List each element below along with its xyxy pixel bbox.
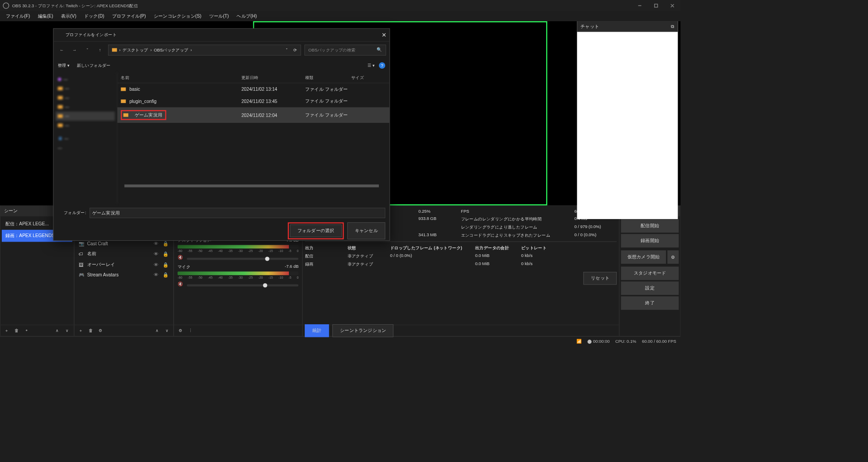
cancel-button[interactable]: キャンセル <box>347 222 385 239</box>
help-icon[interactable]: ? <box>379 62 385 69</box>
obs-logo-icon <box>3 2 9 9</box>
menubar: ファイル(F) 編集(E) 表示(V) ドック(D) プロファイル(P) シーン… <box>0 11 680 21</box>
close-button[interactable] <box>664 0 680 11</box>
add-scene-button[interactable]: ＋ <box>2 326 11 335</box>
folder-row[interactable]: plugin_config 2024/11/02 13:45 ファイル フォルダ… <box>118 95 390 107</box>
size-column[interactable]: サイズ <box>351 75 380 80</box>
source-item[interactable]: 🎮Stream Avatars👁🔒 <box>76 270 172 279</box>
menu-help[interactable]: ヘルプ(H) <box>233 12 260 21</box>
mixer-item: マイク-7.6 dB -60-55-50-45-40-35-30-25-20-1… <box>175 262 301 289</box>
mixer-settings-button[interactable]: ⚙ <box>176 326 185 335</box>
folder-label: フォルダー: <box>58 210 86 216</box>
mixer-db: -7.6 dB <box>285 264 298 270</box>
mute-icon[interactable]: 🔇 <box>178 281 185 286</box>
titlebar: OBS 30.2.3 - プロファイル: Twitch - シーン: APEX … <box>0 0 680 11</box>
minimize-button[interactable] <box>632 0 648 11</box>
folder-icon <box>121 87 126 91</box>
nav-back-button[interactable]: ← <box>57 45 66 54</box>
source-down-button[interactable]: ∨ <box>163 326 171 335</box>
volume-slider[interactable] <box>187 285 298 287</box>
virtual-camera-button[interactable]: 仮想カメラ開始 <box>621 250 666 264</box>
chat-title: チャット <box>580 23 599 30</box>
lock-icon[interactable]: 🔒 <box>163 251 169 257</box>
add-source-button[interactable]: ＋ <box>76 326 85 335</box>
cpu-usage: CPU: 0.1% <box>615 339 637 344</box>
refresh-icon[interactable]: ⟳ <box>293 47 297 52</box>
view-mode-button[interactable]: ☰ ▾ <box>368 63 375 68</box>
path-bar[interactable]: › デスクトップ › OBSバックアップ › ˅ ⟳ <box>108 44 301 55</box>
menu-edit[interactable]: 編集(E) <box>34 12 57 21</box>
organize-button[interactable]: 整理 ▾ <box>58 62 70 68</box>
menu-profile[interactable]: プロファイル(P) <box>108 12 149 21</box>
exit-button[interactable]: 終了 <box>621 296 679 310</box>
studio-mode-button[interactable]: スタジオモード <box>621 266 679 280</box>
folder-name-input[interactable] <box>90 208 385 218</box>
lock-icon[interactable]: 🔒 <box>163 272 169 277</box>
new-folder-button[interactable]: 新しいフォルダー <box>77 62 111 68</box>
quick-access-sidebar[interactable]: — — — — — — 🖥— — <box>53 73 117 204</box>
source-props-button[interactable]: ⚙ <box>96 326 105 335</box>
date-column[interactable]: 更新日時 <box>241 75 305 80</box>
start-record-button[interactable]: 録画開始 <box>621 234 679 247</box>
folder-icon <box>123 113 128 117</box>
fps-display: 60.00 / 60.00 FPS <box>642 339 676 344</box>
scene-up-button[interactable]: ∧ <box>53 326 61 335</box>
folder-icon <box>121 99 126 103</box>
mixer-name: マイク <box>178 264 190 270</box>
source-up-button[interactable]: ∧ <box>153 326 161 335</box>
select-folder-button[interactable]: フォルダーの選択 <box>290 224 341 237</box>
stats-button[interactable]: 統計 <box>305 324 329 337</box>
popout-icon[interactable]: ⧉ <box>671 24 674 30</box>
controls-dock: コントロール⧉ 配信開始 録画開始 仮想カメラ開始⚙ スタジオモード 設定 終了 <box>619 205 680 336</box>
menu-file[interactable]: ファイル(F) <box>2 12 33 21</box>
nav-forward-button[interactable]: → <box>70 45 79 54</box>
window-title: OBS 30.2.3 - プロファイル: Twitch - シーン: APEX … <box>12 3 632 9</box>
filter-icon[interactable]: ⚬ <box>22 326 31 335</box>
start-stream-button[interactable]: 配信開始 <box>621 219 679 233</box>
lock-icon[interactable]: 🔒 <box>163 262 169 267</box>
chevron-down-icon[interactable]: ˅ <box>286 47 288 52</box>
source-item[interactable]: 🏷名前👁🔒 <box>76 248 172 259</box>
close-icon[interactable]: ✕ <box>382 32 386 38</box>
reset-button[interactable]: リセット <box>584 272 617 285</box>
scene-down-button[interactable]: ∨ <box>63 326 71 335</box>
menu-view[interactable]: 表示(V) <box>57 12 80 21</box>
nav-recent-button[interactable]: ˅ <box>83 45 92 54</box>
image-icon: 🖼 <box>79 262 85 267</box>
eye-icon[interactable]: 👁 <box>154 262 160 267</box>
name-column[interactable]: 名前 <box>121 75 241 80</box>
gear-icon[interactable]: ⚙ <box>667 250 679 264</box>
eye-icon[interactable]: 👁 <box>154 272 160 277</box>
folder-icon <box>112 48 117 52</box>
remove-source-button[interactable]: 🗑 <box>86 326 95 335</box>
statusbar: 📶 ⬤ 00:00:00 CPU: 0.1% 60.00 / 60.00 FPS <box>0 336 680 345</box>
settings-button[interactable]: 設定 <box>621 281 679 295</box>
search-input[interactable]: OBSバックアップの検索 🔍 <box>304 44 386 55</box>
folder-row[interactable]: basic 2024/11/02 13:14 ファイル フォルダー <box>118 83 390 95</box>
folder-select-dialog: プロファイルをインポート ✕ ← → ˅ ↑ › デスクトップ › OBSバック… <box>53 28 390 241</box>
menu-dock[interactable]: ドック(D) <box>80 12 108 21</box>
eye-icon[interactable]: 👁 <box>154 251 160 257</box>
mute-icon[interactable]: 🔇 <box>178 255 185 260</box>
search-icon: 🔍 <box>377 47 382 53</box>
scenes-title: シーン <box>4 208 18 214</box>
scrollbar[interactable] <box>124 184 379 187</box>
menu-scene-collection[interactable]: シーンコレクション(S) <box>150 12 205 21</box>
obs-logo-icon <box>57 32 63 38</box>
menu-tools[interactable]: ツール(T) <box>206 12 232 21</box>
svg-rect-0 <box>655 4 658 7</box>
source-item[interactable]: 🖼オーバーレイ👁🔒 <box>76 259 172 270</box>
scene-transition-button[interactable]: シーントランジション <box>333 324 394 337</box>
remove-scene-button[interactable]: 🗑 <box>12 326 21 335</box>
game-icon: 🎮 <box>79 272 85 277</box>
mixer-menu-button[interactable]: ⋮ <box>186 326 195 335</box>
folder-row[interactable]: ゲーム実況用 2024/11/02 12:04 ファイル フォルダー <box>118 107 390 123</box>
maximize-button[interactable] <box>648 0 664 11</box>
volume-slider[interactable] <box>187 258 298 260</box>
nav-up-button[interactable]: ↑ <box>95 45 104 54</box>
vu-meter <box>178 271 298 275</box>
vu-meter <box>178 245 298 249</box>
type-column[interactable]: 種類 <box>305 75 351 80</box>
chat-panel: チャット ⧉ <box>577 21 678 219</box>
signal-icon: 📶 <box>576 339 582 344</box>
